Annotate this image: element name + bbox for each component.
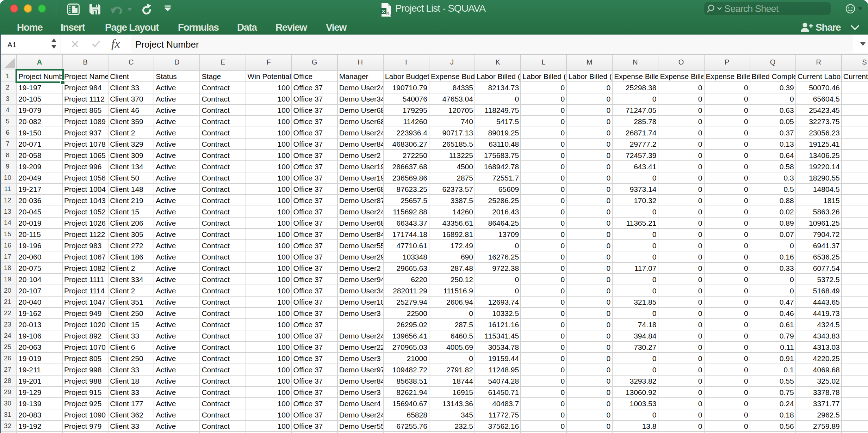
svg-text:a,: a,	[386, 10, 391, 17]
svg-text:x: x	[382, 8, 385, 14]
